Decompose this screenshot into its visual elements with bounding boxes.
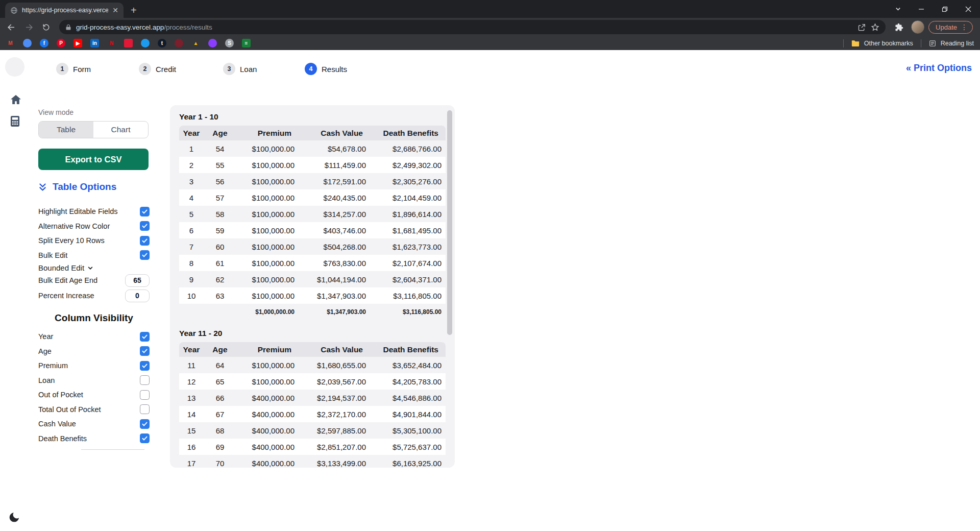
tab-close-icon[interactable]: ✕ [112, 7, 118, 14]
cell: $2,039,567.00 [299, 373, 370, 390]
checkbox-split-every-10-rows[interactable] [140, 236, 150, 246]
bookmark-star-icon[interactable] [871, 23, 879, 32]
cell: 3 [179, 173, 204, 189]
extensions-puzzle-icon[interactable] [891, 19, 907, 35]
window-minimize-button[interactable] [910, 0, 933, 18]
table-row: 1568$400,000.00$2,597,885.00$5,305,100.0… [179, 422, 446, 439]
table-row: 1265$100,000.00$2,039,567.00$4,205,783.0… [179, 373, 446, 390]
bookmark-facebook-icon[interactable]: f [40, 39, 48, 47]
double-chevron-down-icon [38, 182, 47, 192]
total-cell: $3,116,805.00 [370, 304, 446, 320]
dark-mode-moon-icon[interactable] [8, 511, 20, 523]
bookmark-drive-icon[interactable]: ▲ [191, 39, 200, 47]
checkbox-highlight-editable-fields[interactable] [140, 207, 150, 216]
bookmark-pinterest-icon[interactable]: P [57, 39, 65, 47]
step-number: 4 [305, 63, 317, 75]
bookmark-blue-app-icon[interactable] [23, 39, 32, 47]
table-row: 760$100,000.00$504,268.00$1,623,773.00 [179, 238, 446, 255]
step-label: Results [322, 65, 347, 74]
table-options-header[interactable]: Table Options [38, 181, 116, 192]
checkbox-total-out-of-pocket[interactable] [140, 404, 150, 414]
column-label: Year [38, 332, 53, 341]
update-button[interactable]: Update ⋮ [928, 21, 973, 34]
column-row-out-of-pocket: Out of Pocket [38, 388, 150, 402]
calculator-icon[interactable] [10, 115, 20, 127]
cell: 59 [204, 222, 236, 238]
cell: $400,000.00 [236, 406, 299, 422]
checkbox-death-benefits[interactable] [140, 433, 150, 443]
checkbox-premium[interactable] [140, 361, 150, 371]
cell: 60 [204, 238, 236, 255]
table-options-list: Highlight Editable FieldsAlternative Row… [38, 204, 150, 262]
view-toggle-table[interactable]: Table [39, 122, 93, 138]
bounded-edit-dropdown[interactable]: Bounded Edit [38, 263, 93, 272]
cell: 69 [204, 439, 236, 455]
step-credit[interactable]: 2Credit [139, 63, 176, 75]
cell: $100,000.00 [236, 287, 299, 304]
window-close-button[interactable] [957, 0, 980, 18]
print-options-link[interactable]: « Print Options [906, 63, 972, 74]
cell: $100,000.00 [236, 173, 299, 189]
step-results[interactable]: 4Results [305, 63, 347, 75]
checkbox-year[interactable] [140, 332, 150, 342]
cell: $111,459.00 [299, 157, 370, 173]
cell: $314,257.00 [299, 206, 370, 222]
back-icon[interactable] [3, 19, 19, 35]
checkbox-loan[interactable] [140, 375, 150, 385]
step-form[interactable]: 1Form [56, 63, 91, 75]
view-toggle-chart[interactable]: Chart [93, 122, 148, 138]
cell: 54 [204, 140, 236, 157]
checkbox-alternative-row-color[interactable] [140, 221, 150, 231]
bookmark-gmail-icon[interactable]: M [6, 39, 15, 47]
cell: $100,000.00 [236, 238, 299, 255]
bookmark-tumblr-icon[interactable]: t [158, 39, 166, 47]
cell: 10 [179, 287, 204, 304]
browser-menu-icon[interactable]: ⋮ [961, 23, 968, 31]
checkbox-out-of-pocket[interactable] [140, 390, 150, 400]
bulk-edit-age-end-input[interactable] [125, 274, 150, 287]
home-icon[interactable] [10, 94, 21, 105]
bookmark-netflix-icon[interactable]: N [107, 39, 116, 47]
reading-list-label[interactable]: Reading list [941, 40, 974, 47]
table-row: 1467$400,000.00$2,372,170.00$4,901,844.0… [179, 406, 446, 422]
other-bookmarks-label[interactable]: Other bookmarks [864, 40, 913, 47]
cell: 5 [179, 206, 204, 222]
bookmark-bank-icon[interactable] [124, 39, 133, 47]
cell: $3,116,805.00 [370, 287, 446, 304]
share-icon[interactable] [857, 23, 866, 32]
lock-icon [65, 24, 71, 31]
cell: $100,000.00 [236, 222, 299, 238]
forward-icon[interactable] [20, 19, 37, 35]
bookmark-youtube-icon[interactable]: ▶ [74, 39, 82, 47]
checkbox-bulk-edit[interactable] [140, 250, 150, 260]
cell: 68 [204, 422, 236, 439]
browser-tab[interactable]: https://grid-process-easy.vercel.a ✕ [5, 3, 124, 18]
checkbox-cash-value[interactable] [140, 419, 150, 429]
profile-avatar[interactable] [911, 20, 924, 34]
bookmark-purple-app-icon[interactable] [208, 39, 217, 47]
panel-scrollbar-thumb[interactable] [447, 110, 452, 335]
reload-icon[interactable] [38, 19, 54, 35]
new-tab-button[interactable]: + [131, 5, 137, 15]
checkbox-age[interactable] [140, 346, 150, 356]
address-bar[interactable]: grid-process-easy.vercel.app/process/res… [59, 20, 886, 34]
table-row: 1164$100,000.00$1,680,655.00$3,652,484.0… [179, 357, 446, 373]
tab-search-chevron-icon[interactable] [886, 0, 910, 18]
bookmark-sheets-icon[interactable]: ≡ [242, 39, 251, 47]
cell: $2,851,207.00 [299, 439, 370, 455]
cell: 67 [204, 406, 236, 422]
step-loan[interactable]: 3Loan [223, 63, 257, 75]
bookmark-linkedin-icon[interactable]: in [90, 39, 99, 47]
table-header-row: YearAgePremiumCash ValueDeath Benefits [179, 126, 446, 140]
bookmark-maroon-app-icon[interactable] [175, 39, 183, 47]
window-restore-button[interactable] [933, 0, 957, 18]
table-row: 356$100,000.00$172,591.00$2,305,276.00 [179, 173, 446, 189]
bookmark-gray-s-app-icon[interactable]: S [225, 39, 234, 47]
cell: $4,901,844.00 [370, 406, 446, 422]
column-row-cash-value: Cash Value [38, 417, 150, 431]
cell: $100,000.00 [236, 271, 299, 287]
bookmark-twitter-icon[interactable] [141, 39, 150, 47]
percent-increase-input[interactable] [125, 289, 150, 302]
export-csv-button[interactable]: Export to CSV [38, 149, 149, 170]
tab-title: https://grid-process-easy.vercel.a [22, 7, 108, 14]
